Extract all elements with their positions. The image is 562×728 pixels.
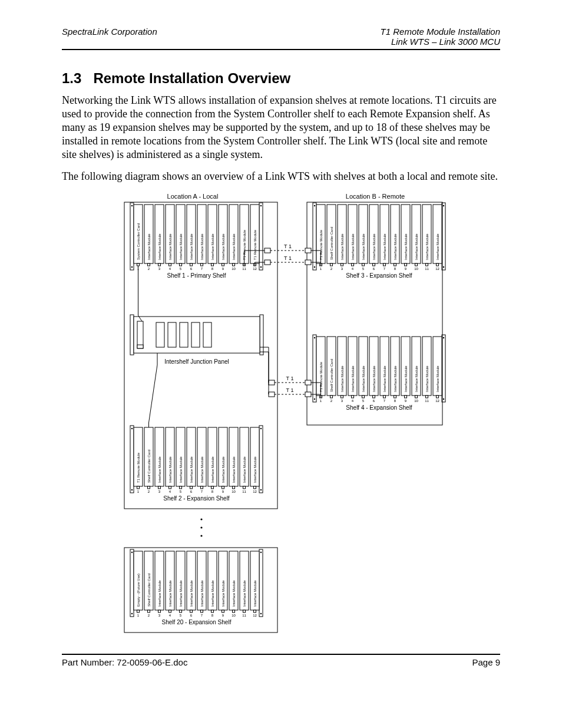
svg-text:Interface Module: Interface Module — [340, 233, 344, 260]
svg-rect-190 — [180, 486, 182, 489]
svg-rect-198 — [201, 486, 203, 489]
svg-text:7: 7 — [384, 267, 386, 271]
svg-rect-289 — [203, 322, 211, 347]
svg-text:Interface Module: Interface Module — [232, 233, 236, 260]
svg-rect-100 — [415, 263, 418, 266]
svg-text:Interface Module: Interface Module — [253, 580, 257, 607]
svg-text:Interface Module: Interface Module — [190, 580, 193, 607]
svg-rect-155 — [415, 396, 418, 398]
svg-rect-218 — [254, 486, 256, 489]
svg-rect-202 — [211, 486, 214, 489]
svg-text:Interface Module: Interface Module — [415, 365, 418, 392]
svg-text:Interface Module: Interface Module — [362, 365, 365, 392]
svg-rect-300 — [265, 260, 270, 265]
svg-text:T 1: T 1 — [286, 375, 294, 381]
svg-rect-9 — [137, 263, 140, 266]
svg-rect-301 — [305, 260, 311, 265]
svg-rect-223 — [259, 549, 263, 617]
svg-rect-80 — [362, 263, 365, 266]
svg-rect-286 — [168, 322, 176, 347]
svg-text:6: 6 — [190, 614, 193, 617]
svg-text:6: 6 — [373, 399, 375, 403]
svg-text:Interface Module: Interface Module — [211, 580, 214, 607]
svg-text:Shelf 1 - Primary Shelf: Shelf 1 - Primary Shelf — [167, 272, 226, 279]
svg-rect-143 — [384, 396, 386, 398]
svg-text:12: 12 — [253, 490, 257, 493]
svg-text:Interface Module: Interface Module — [425, 365, 429, 392]
svg-text:Shelf 3 - Expansion Shelf: Shelf 3 - Expansion Shelf — [346, 272, 412, 279]
svg-text:Interface Module: Interface Module — [383, 365, 386, 392]
svg-rect-127 — [341, 396, 343, 398]
header-left: SpectraLink Corporation — [62, 27, 157, 37]
svg-text:Interface Module: Interface Module — [147, 233, 151, 260]
svg-text:Interface Module: Interface Module — [436, 233, 439, 260]
svg-text:9: 9 — [405, 267, 407, 271]
svg-rect-311 — [269, 380, 275, 385]
svg-text:11: 11 — [425, 399, 429, 403]
svg-point-7 — [260, 266, 262, 268]
svg-text:Interface Module: Interface Module — [404, 365, 408, 392]
svg-rect-284 — [137, 345, 143, 348]
svg-point-225 — [260, 552, 262, 553]
svg-point-62 — [443, 266, 444, 268]
svg-text:Interface Module: Interface Module — [211, 233, 214, 260]
svg-point-60 — [443, 205, 444, 206]
svg-text:Interface Module: Interface Module — [168, 580, 172, 607]
svg-text:Interface Module: Interface Module — [383, 233, 386, 260]
svg-text:Empty - (Future Use): Empty - (Future Use) — [137, 574, 140, 607]
svg-rect-131 — [352, 396, 354, 398]
svg-text:8: 8 — [211, 490, 214, 493]
svg-text:Location A - Local: Location A - Local — [167, 193, 219, 200]
svg-point-59 — [314, 205, 315, 206]
svg-text:Interface Module: Interface Module — [200, 580, 204, 607]
svg-text:Shelf Controller Card: Shelf Controller Card — [330, 359, 333, 392]
svg-text:11: 11 — [242, 490, 246, 493]
svg-text:1: 1 — [320, 399, 322, 403]
svg-text:4: 4 — [169, 267, 171, 271]
svg-rect-288 — [191, 322, 200, 347]
header-right-line1: T1 Remote Module Installation — [381, 27, 500, 37]
svg-text:Interface Module: Interface Module — [158, 233, 161, 260]
svg-text:Interface Module: Interface Module — [200, 456, 204, 483]
footer-rule — [62, 654, 500, 655]
svg-text:5: 5 — [362, 399, 365, 403]
svg-rect-151 — [405, 396, 407, 398]
svg-rect-316 — [305, 392, 311, 397]
svg-rect-253 — [201, 610, 203, 612]
svg-text:Shelf 2 - Expansion Shelf: Shelf 2 - Expansion Shelf — [163, 495, 230, 502]
svg-text:10: 10 — [232, 490, 236, 493]
svg-text:T 1: T 1 — [286, 387, 294, 393]
svg-text:3: 3 — [158, 490, 161, 493]
svg-rect-222 — [130, 549, 134, 617]
svg-point-4 — [131, 205, 133, 206]
svg-text:Interface Module: Interface Module — [351, 365, 355, 392]
svg-text:Interface Module: Interface Module — [340, 365, 344, 392]
svg-rect-287 — [180, 322, 188, 347]
svg-rect-178 — [148, 486, 150, 489]
svg-text:10: 10 — [232, 267, 236, 271]
svg-text:1: 1 — [137, 490, 140, 493]
svg-text:9: 9 — [405, 399, 407, 403]
svg-text:11: 11 — [242, 267, 246, 271]
svg-text:Interface Module: Interface Module — [243, 456, 246, 483]
svg-text:Interface Module: Interface Module — [158, 580, 161, 607]
svg-rect-25 — [180, 263, 182, 266]
svg-rect-186 — [169, 486, 171, 489]
svg-text:Interface Module: Interface Module — [190, 233, 193, 260]
svg-rect-167 — [130, 426, 134, 493]
svg-text:11: 11 — [425, 267, 429, 271]
svg-text:6: 6 — [190, 490, 193, 493]
svg-text:7: 7 — [201, 267, 203, 271]
svg-point-329 — [200, 535, 202, 537]
svg-point-6 — [131, 266, 133, 268]
svg-rect-17 — [158, 263, 161, 266]
footer-right: Page 9 — [472, 657, 500, 667]
svg-text:7: 7 — [384, 399, 386, 403]
svg-rect-206 — [222, 486, 224, 489]
svg-text:5: 5 — [180, 267, 182, 271]
svg-text:2: 2 — [148, 614, 150, 617]
svg-text:6: 6 — [190, 267, 193, 271]
svg-rect-3 — [259, 203, 263, 270]
svg-rect-312 — [305, 380, 311, 385]
svg-text:Interface Module: Interface Module — [211, 456, 214, 483]
